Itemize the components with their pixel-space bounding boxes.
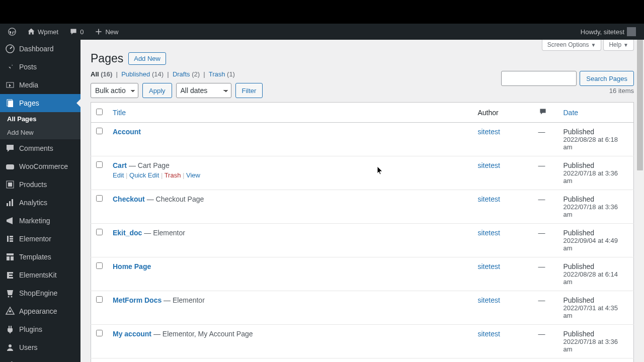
row-actions: Edit | Quick Edit | Trash | View [113, 171, 468, 179]
comments-cell: — [533, 224, 558, 257]
comments-cell: — [533, 358, 558, 363]
submenu-all-pages[interactable]: All Pages [0, 112, 80, 126]
sidebar-item-label: Templates [19, 253, 51, 261]
author-link[interactable]: sitetest [478, 330, 500, 338]
sidebar-item-users[interactable]: Users [0, 338, 80, 356]
sidebar-item-marketing[interactable]: Marketing [0, 212, 80, 230]
svg-rect-11 [7, 236, 9, 242]
row-checkbox[interactable] [96, 296, 103, 303]
edit-link[interactable]: Edit [113, 171, 124, 179]
page-title-link[interactable]: Checkout [113, 195, 145, 203]
author-link[interactable]: sitetest [478, 262, 500, 270]
sidebar-item-shopengine[interactable]: ShopEngine [0, 284, 80, 302]
svg-rect-13 [10, 238, 13, 240]
sidebar-item-templates[interactable]: Templates [0, 248, 80, 266]
scrollbar[interactable] [636, 40, 644, 362]
sidebar-item-tools[interactable]: Tools [0, 356, 80, 362]
sidebar-item-posts[interactable]: Posts [0, 58, 80, 76]
sidebar-item-analytics[interactable]: Analytics [0, 194, 80, 212]
quick-edit-link[interactable]: Quick Edit [129, 171, 159, 179]
row-checkbox[interactable] [96, 128, 103, 134]
page-title-link[interactable]: Account [113, 128, 141, 136]
row-checkbox[interactable] [96, 229, 103, 235]
wp-logo[interactable] [4, 24, 20, 40]
column-date[interactable]: Date [558, 103, 634, 123]
media-icon [5, 80, 15, 90]
sidebar-item-media[interactable]: Media [0, 76, 80, 94]
pin-icon [5, 62, 15, 72]
status-text: Published [564, 229, 629, 237]
page-title-link[interactable]: Cart [113, 161, 127, 169]
filter-all[interactable]: All (16) [91, 70, 112, 78]
sidebar-item-label: Pages [19, 99, 39, 107]
author-link[interactable]: sitetest [478, 128, 500, 136]
comments-link[interactable]: 0 [65, 24, 88, 40]
plus-icon [95, 28, 103, 36]
column-comments[interactable] [533, 103, 558, 123]
date-text: 2022/09/04 at 4:49 am [564, 237, 629, 252]
view-link[interactable]: View [186, 171, 200, 179]
dates-select[interactable]: All dates [176, 83, 231, 98]
page-title-link[interactable]: Home Page [113, 262, 151, 270]
templates-icon [5, 252, 15, 262]
row-checkbox[interactable] [96, 262, 103, 269]
svg-rect-9 [9, 201, 11, 206]
new-link[interactable]: New [91, 24, 122, 40]
page-title-suffix: — Elementor [162, 296, 205, 304]
sidebar-item-comments[interactable]: Comments [0, 139, 80, 157]
sidebar-item-elementskit[interactable]: ElementsKit [0, 266, 80, 284]
page-title-link[interactable]: Ekit_doc [113, 229, 142, 237]
filter-published[interactable]: Published (14) [121, 70, 164, 78]
date-text: 2022/07/18 at 3:36 am [564, 169, 629, 185]
help-button[interactable]: Help▼ [603, 40, 634, 51]
svg-rect-17 [11, 256, 14, 260]
filter-button[interactable]: Filter [235, 83, 263, 98]
date-text: 2022/07/18 at 3:36 am [564, 203, 629, 218]
sidebar-item-woocommerce[interactable]: WooCommerce [0, 157, 80, 175]
screen-options-button[interactable]: Screen Options▼ [542, 40, 602, 51]
woo-icon [5, 161, 15, 171]
page-title-suffix: — Elementor, My Account Page [151, 330, 253, 338]
sidebar-item-pages[interactable]: Pages [0, 94, 80, 112]
table-row: Ekit_doc — Elementorsitetest—Published20… [91, 224, 634, 257]
page-title-link[interactable]: MetForm Docs [113, 296, 162, 304]
sidebar-item-label: Analytics [19, 199, 47, 207]
sidebar-item-products[interactable]: Products [0, 175, 80, 194]
sidebar-item-label: WooCommerce [19, 162, 68, 170]
sidebar-item-dashboard[interactable]: Dashboard [0, 40, 80, 58]
add-new-button[interactable]: Add New [128, 52, 166, 65]
scrollbar-thumb[interactable] [637, 40, 643, 170]
search-button[interactable]: Search Pages [580, 71, 634, 86]
column-author[interactable]: Author [473, 103, 533, 123]
date-text: 2022/08/28 at 6:14 am [564, 270, 629, 286]
wordpress-icon [8, 28, 16, 36]
page-title-link[interactable]: My account [113, 330, 151, 338]
my-account[interactable]: Howdy, sitetest [577, 24, 640, 40]
comments-cell: — [533, 156, 558, 190]
sidebar-item-label: ElementsKit [19, 271, 57, 279]
status-text: Published [564, 195, 629, 203]
site-name-link[interactable]: Wpmet [23, 24, 62, 40]
sidebar-item-plugins[interactable]: Plugins [0, 320, 80, 338]
row-checkbox[interactable] [96, 195, 103, 202]
admin-sidebar: DashboardPostsMediaPagesAll PagesAdd New… [0, 40, 80, 362]
author-link[interactable]: sitetest [478, 229, 500, 237]
bulk-actions-select[interactable]: Bulk actions [91, 83, 138, 98]
author-link[interactable]: sitetest [478, 296, 500, 304]
search-input[interactable] [501, 71, 577, 86]
filter-trash[interactable]: Trash (1) [209, 70, 235, 78]
select-all-checkbox[interactable] [96, 109, 103, 115]
sidebar-item-elementor[interactable]: Elementor [0, 230, 80, 248]
status-text: Published [564, 128, 629, 136]
apply-button[interactable]: Apply [142, 83, 172, 98]
sidebar-item-appearance[interactable]: Appearance [0, 302, 80, 320]
submenu-add-new[interactable]: Add New [0, 126, 80, 139]
filter-drafts[interactable]: Drafts (2) [173, 70, 200, 78]
row-checkbox[interactable] [96, 330, 103, 336]
pages-icon [5, 98, 15, 108]
trash-link[interactable]: Trash [165, 171, 181, 179]
row-checkbox[interactable] [96, 161, 103, 168]
author-link[interactable]: sitetest [478, 161, 500, 169]
author-link[interactable]: sitetest [478, 195, 500, 203]
column-title[interactable]: Title [108, 103, 473, 123]
